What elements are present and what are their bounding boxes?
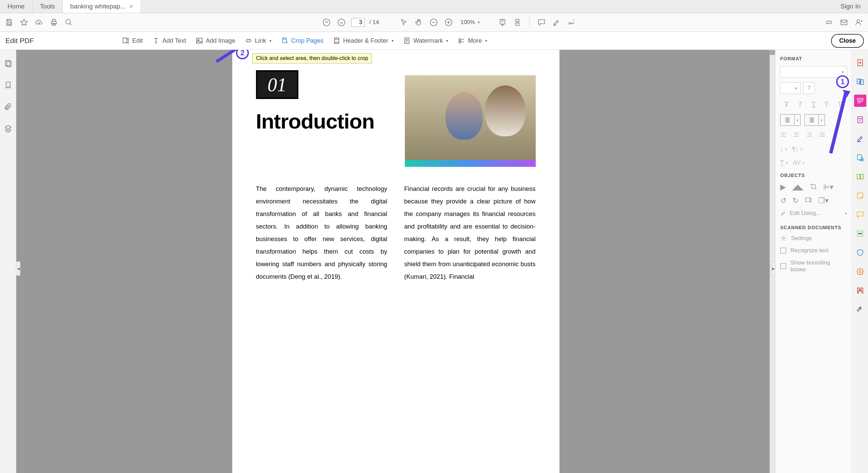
font-info-button[interactable]: ? xyxy=(803,82,815,94)
rotate-ccw-icon[interactable]: ↺ xyxy=(780,196,786,206)
svg-point-7 xyxy=(323,19,330,26)
comment-icon[interactable] xyxy=(536,17,547,27)
highlight-icon[interactable] xyxy=(551,17,561,27)
align-objects-icon[interactable]: ⊫▾ xyxy=(823,183,833,192)
sticky-note-icon[interactable] xyxy=(854,190,866,202)
replace-image-icon[interactable] xyxy=(805,196,812,206)
format-heading: FORMAT xyxy=(780,56,847,61)
more-button[interactable]: More▾ xyxy=(458,37,487,44)
page-number-input[interactable] xyxy=(351,18,365,27)
crop-pages-button[interactable]: Crop Pages xyxy=(281,37,323,44)
attachment-icon[interactable] xyxy=(4,103,12,113)
align-center-button[interactable] xyxy=(793,131,800,140)
edit-using-select[interactable]: Edit Using... ▾ xyxy=(780,210,847,217)
protect-icon[interactable] xyxy=(854,247,866,259)
svg-rect-35 xyxy=(857,174,860,179)
right-pane-toggle[interactable]: ▶ xyxy=(771,261,775,276)
sign-icon[interactable] xyxy=(566,17,576,27)
optimize-icon[interactable] xyxy=(854,265,866,278)
zoom-out-icon[interactable] xyxy=(429,17,439,27)
email-icon[interactable] xyxy=(839,17,849,27)
organize-icon[interactable] xyxy=(854,114,866,126)
arrange-icon[interactable]: ❐▾ xyxy=(818,196,829,206)
bookmark-icon[interactable] xyxy=(4,81,12,91)
close-button[interactable]: Close xyxy=(831,34,864,48)
superscript-button[interactable]: T1 xyxy=(821,99,833,110)
create-pdf-icon[interactable] xyxy=(854,57,866,69)
fill-sign-icon[interactable] xyxy=(854,133,866,145)
export-pdf-icon[interactable] xyxy=(854,76,866,88)
watermark-button[interactable]: Watermark▾ xyxy=(403,37,448,44)
adobe-icon[interactable] xyxy=(854,284,866,297)
italic-button[interactable]: T xyxy=(794,99,807,110)
compare-icon[interactable] xyxy=(854,171,866,183)
more-tools-icon[interactable] xyxy=(854,303,866,316)
search-icon[interactable] xyxy=(64,17,74,27)
cloud-icon[interactable] xyxy=(34,17,44,27)
scroll-mode-icon[interactable] xyxy=(512,17,522,27)
align-left-button[interactable] xyxy=(780,131,787,140)
underline-button[interactable]: T xyxy=(807,99,820,110)
document-viewport[interactable]: Click and select area, then double-click… xyxy=(16,50,775,473)
svg-rect-3 xyxy=(52,21,56,24)
add-image-button[interactable]: Add Image xyxy=(196,37,235,44)
bold-button[interactable]: T xyxy=(780,99,793,110)
paragraph-spacing-select[interactable]: ¶↕▾ xyxy=(792,146,803,153)
sign-in-button[interactable]: Sign In xyxy=(841,3,861,10)
char-spacing-select[interactable]: AV▾ xyxy=(793,159,805,166)
link-button[interactable]: Link▾ xyxy=(245,37,272,44)
zoom-select[interactable]: 100% xyxy=(458,18,482,26)
comment-rail-icon[interactable] xyxy=(854,209,866,221)
font-size-select[interactable] xyxy=(780,82,801,94)
edit-pdf-toolbar: Edit PDF Edit Add Text Add Image Link▾ C… xyxy=(0,32,868,50)
combine-icon[interactable] xyxy=(854,152,866,164)
page-up-icon[interactable] xyxy=(321,17,332,27)
thumbnails-icon[interactable] xyxy=(4,59,12,70)
tab-document[interactable]: banking whitepap... ✕ xyxy=(63,0,141,13)
hand-icon[interactable] xyxy=(414,17,424,27)
tab-document-label: banking whitepap... xyxy=(70,3,126,10)
add-text-button[interactable]: Add Text xyxy=(152,37,186,44)
font-family-select[interactable] xyxy=(780,66,847,78)
redact-icon[interactable] xyxy=(854,228,866,240)
layers-icon[interactable] xyxy=(4,124,12,135)
flip-v-icon[interactable]: ◢◣ xyxy=(792,183,804,192)
rotate-cw-icon[interactable]: ↻ xyxy=(792,196,798,206)
flip-h-icon[interactable]: ▶ xyxy=(780,183,786,192)
share-user-icon[interactable] xyxy=(854,17,864,27)
line-spacing-select[interactable]: ↕▾ xyxy=(780,146,787,153)
bounding-boxes-checkbox[interactable]: Show bounding boxes xyxy=(780,259,847,273)
svg-rect-31 xyxy=(857,98,863,100)
settings-button[interactable]: Settings xyxy=(780,235,847,242)
recognize-text-checkbox[interactable]: Recognize text xyxy=(780,247,847,254)
align-justify-button[interactable] xyxy=(819,131,826,140)
cursor-icon[interactable] xyxy=(399,17,409,27)
svg-point-8 xyxy=(338,19,345,26)
objects-heading: OBJECTS xyxy=(780,173,847,178)
horizontal-scale-select[interactable]: Ṯ▾ xyxy=(780,159,788,166)
zoom-in-icon[interactable] xyxy=(443,17,454,27)
print-icon[interactable] xyxy=(49,17,59,27)
left-pane-toggle[interactable]: ◀ xyxy=(16,261,20,276)
link-share-icon[interactable] xyxy=(824,17,834,27)
align-right-button[interactable] xyxy=(806,131,813,140)
svg-rect-13 xyxy=(516,23,519,25)
bullet-list-button[interactable]: ≣▾ xyxy=(780,114,801,126)
number-list-button[interactable]: ≣▾ xyxy=(805,114,825,126)
header-footer-button[interactable]: Header & Footer▾ xyxy=(333,37,394,44)
crop-object-icon[interactable] xyxy=(810,183,817,192)
hero-image xyxy=(405,75,536,167)
left-rail xyxy=(0,50,16,473)
fit-width-icon[interactable] xyxy=(497,17,508,27)
edit-tool-button[interactable]: Edit xyxy=(122,37,143,44)
subscript-button[interactable]: T1 xyxy=(834,99,847,110)
edit-pdf-rail-icon[interactable] xyxy=(854,95,866,107)
close-icon[interactable]: ✕ xyxy=(129,4,133,9)
page-down-icon[interactable] xyxy=(336,17,347,27)
star-icon[interactable] xyxy=(19,17,29,27)
tab-home[interactable]: Home xyxy=(0,0,33,13)
save-icon[interactable] xyxy=(4,17,14,27)
tab-tools[interactable]: Tools xyxy=(33,0,63,13)
svg-rect-22 xyxy=(459,39,461,41)
svg-rect-23 xyxy=(459,41,461,43)
